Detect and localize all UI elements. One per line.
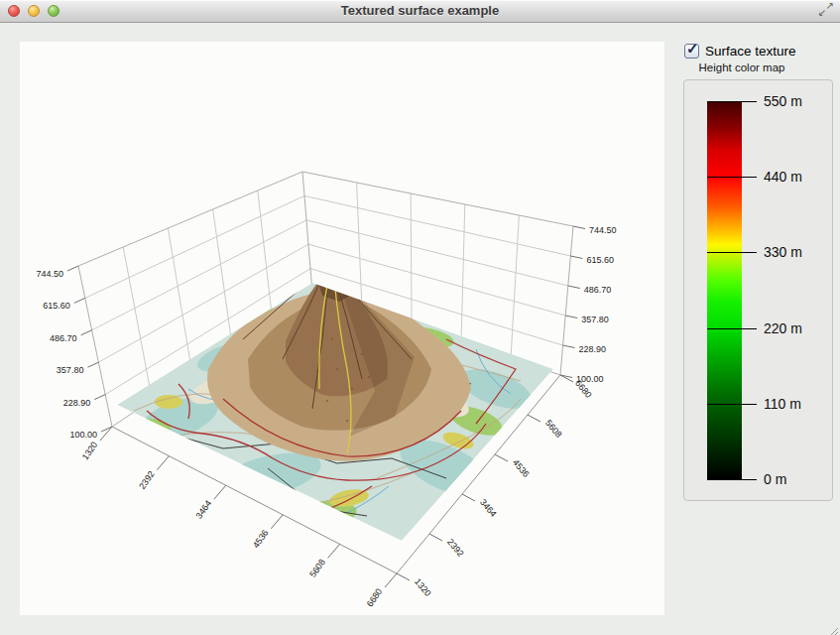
- colorbar-label: 440 m: [764, 168, 827, 186]
- x-axis-tick-label: 6680: [365, 586, 385, 608]
- z-axis-tick-label: 3464: [478, 497, 499, 519]
- resize-grip-icon: [827, 624, 839, 635]
- colorbar-tick: [707, 177, 757, 178]
- colorbar-title: Height color map: [683, 62, 800, 73]
- y-axis-tick-label: 357.80: [57, 365, 84, 375]
- colorbar-tick: [707, 479, 757, 480]
- colorbar-gradient: [707, 101, 742, 479]
- z-axis-tick-label: 2392: [445, 537, 466, 559]
- colorbar-tick: [707, 101, 757, 102]
- colorbar-tick: [707, 328, 757, 329]
- z-axis-tick-label: 4536: [511, 457, 532, 479]
- window-title: Textured surface example: [0, 3, 840, 18]
- colorbar-tick: [707, 252, 757, 253]
- colorbar-label: 550 m: [764, 92, 827, 110]
- y-axis-tick-label: 486.70: [584, 285, 612, 295]
- y-axis-tick-label: 615.60: [43, 301, 70, 311]
- surface-plot-svg: 744.50 615.60 486.70 357.80 228.90 100.0…: [20, 42, 664, 615]
- y-axis-right: 744.50 615.60 486.70 357.80 228.90 100.0…: [560, 225, 617, 384]
- surface-texture-label: Surface texture: [705, 44, 796, 59]
- y-axis-tick-label: 357.80: [581, 315, 609, 324]
- checkmark-icon: ✓: [686, 40, 699, 58]
- y-axis-left: 744.50 615.60 486.70 357.80 228.90 100.0…: [36, 266, 112, 440]
- x-axis-tick-label: 2392: [137, 469, 157, 491]
- colorbar-label: 0 m: [764, 470, 827, 488]
- fullscreen-icon[interactable]: ↗ ↙: [818, 2, 834, 18]
- x-axis-tick-label: 1320: [80, 440, 100, 461]
- y-axis-tick-label: 100.00: [69, 430, 97, 440]
- colorbar-label: 110 m: [764, 395, 827, 413]
- colorbar-label: 330 m: [764, 243, 827, 261]
- arrow-ne-icon: ↗: [826, 1, 834, 11]
- y-axis-tick-label: 486.70: [50, 333, 77, 343]
- y-axis-tick-label: 744.50: [589, 225, 617, 235]
- height-colorbar-panel: 550 m 440 m 330 m 220 m 110 m 0 m: [683, 79, 833, 501]
- y-axis-tick-label: 615.60: [586, 255, 614, 265]
- y-axis-tick-label: 228.90: [63, 398, 91, 408]
- resize-grip[interactable]: [827, 622, 839, 634]
- mountain: [207, 257, 471, 461]
- z-axis-tick-label: 5608: [543, 418, 564, 440]
- y-axis-tick-label: 744.50: [36, 269, 63, 279]
- y-axis-tick-label: 228.90: [579, 344, 607, 354]
- surface-texture-checkbox[interactable]: ✓: [684, 44, 699, 59]
- x-axis-tick-label: 5608: [307, 558, 327, 579]
- z-axis-tick-label: 1320: [413, 576, 433, 598]
- colorbar-tick: [707, 404, 757, 405]
- x-axis-tick-label: 4536: [251, 528, 271, 550]
- arrow-sw-icon: ↙: [818, 8, 826, 18]
- surface-plot-3d[interactable]: 744.50 615.60 486.70 357.80 228.90 100.0…: [20, 42, 664, 615]
- x-axis-tick-label: 3464: [194, 498, 214, 520]
- textured-surface: [117, 257, 553, 541]
- colorbar-label: 220 m: [764, 319, 827, 337]
- title-bar[interactable]: Textured surface example ↗ ↙: [0, 0, 840, 23]
